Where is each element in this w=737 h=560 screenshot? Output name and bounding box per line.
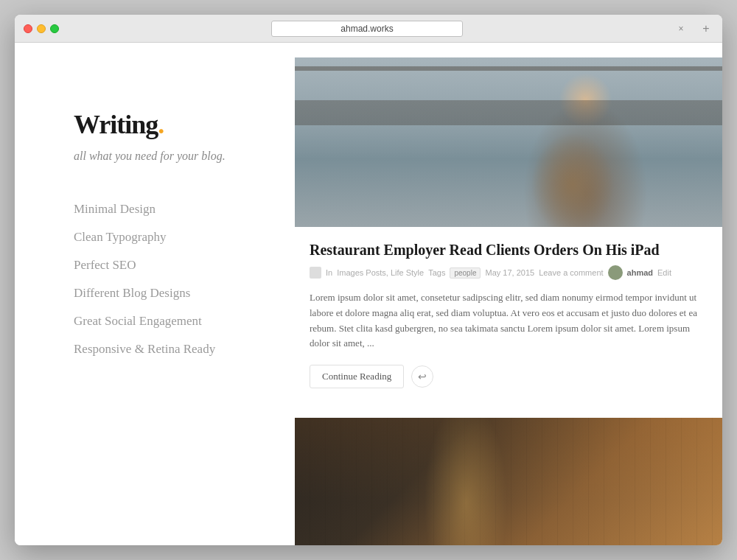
tab-close-button[interactable]: × — [675, 23, 687, 35]
site-title-dot: . — [158, 110, 164, 139]
page-layout: Writing. all what you need for your blog… — [15, 43, 722, 545]
feature-item-clean-typography: Clean Typography — [74, 230, 236, 245]
edit-link[interactable]: Edit — [657, 268, 671, 277]
post-meta-area: Restaurant Employer Read Clients Orders … — [295, 240, 722, 388]
post-icon — [310, 267, 321, 279]
feature-item-great-social-engagement: Great Social Engagement — [74, 314, 236, 329]
blog-post-2 — [295, 418, 722, 545]
meta-comment-link[interactable]: Leave a comment — [539, 268, 603, 277]
address-bar — [65, 21, 669, 37]
post-featured-image-1 — [295, 57, 722, 227]
close-traffic-light[interactable] — [24, 24, 32, 33]
lamp-scene-image — [295, 418, 722, 545]
new-tab-button[interactable]: + — [699, 21, 713, 36]
url-input[interactable] — [271, 21, 463, 37]
traffic-lights — [24, 24, 59, 33]
feature-item-minimal-design: Minimal Design — [74, 202, 236, 217]
site-title: Writing. — [74, 109, 236, 140]
site-title-text: Writing — [74, 110, 158, 139]
browser-window: × + Writing. all what you need for your … — [15, 15, 722, 545]
meta-tag-people[interactable]: people — [450, 267, 481, 279]
share-button[interactable]: ↩ — [411, 365, 433, 388]
meta-tags-label: Tags — [428, 268, 445, 277]
minimize-traffic-light[interactable] — [37, 24, 46, 33]
site-subtitle: all what you need for your blog. — [74, 147, 236, 165]
post-featured-image-2 — [295, 418, 722, 545]
maximize-traffic-light[interactable] — [50, 24, 59, 33]
feature-item-responsive: Responsive & Retina Ready — [74, 342, 236, 357]
browser-chrome: × + — [15, 15, 722, 43]
blog-post-1: Restaurant Employer Read Clients Orders … — [295, 57, 722, 418]
feature-item-perfect-seo: Perfect SEO — [74, 258, 236, 273]
main-content[interactable]: Restaurant Employer Read Clients Orders … — [295, 43, 722, 545]
feature-list: Minimal Design Clean Typography Perfect … — [74, 202, 236, 357]
sidebar: Writing. all what you need for your blog… — [15, 43, 295, 545]
author-avatar — [608, 265, 623, 280]
restaurant-scene-image — [295, 57, 722, 227]
post-title-1: Restaurant Employer Read Clients Orders … — [310, 240, 708, 259]
meta-date: May 17, 2015 — [485, 268, 534, 277]
browser-content: Writing. all what you need for your blog… — [15, 43, 722, 545]
meta-categories: Images Posts, Life Style — [337, 268, 424, 277]
post-actions-1: Continue Reading ↩ — [310, 365, 708, 388]
feature-item-different-blog-designs: Different Blog Designs — [74, 286, 236, 301]
author-name: ahmad — [627, 268, 653, 277]
post-excerpt-1: Lorem ipsum dolor sit amet, consetetur s… — [310, 290, 708, 351]
continue-reading-button[interactable]: Continue Reading — [310, 365, 404, 388]
meta-in-label: In — [326, 268, 332, 277]
post-meta-1: In Images Posts, Life Style Tags people … — [310, 265, 708, 280]
